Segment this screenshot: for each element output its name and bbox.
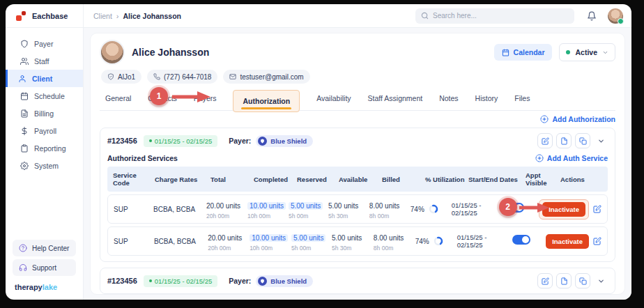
blue-shield-icon: [258, 137, 267, 146]
client-phone-value: (727) 644-7018: [164, 73, 211, 81]
breadcrumb-separator-icon: ›: [116, 12, 119, 20]
sidebar-item-billing[interactable]: Billing: [6, 105, 83, 122]
brand[interactable]: Eachbase: [6, 4, 84, 27]
client-id-value: AlJo1: [118, 73, 135, 81]
annotation-step-2: 2: [499, 198, 517, 216]
search-input[interactable]: [433, 12, 569, 20]
appt-visible-toggle[interactable]: [512, 235, 530, 245]
duplicate-button[interactable]: [575, 273, 590, 288]
plus-circle-icon: [535, 154, 544, 162]
sidebar-item-schedule[interactable]: Schedule: [6, 87, 83, 105]
blue-shield-icon: [258, 277, 267, 286]
tab-staff-assignment[interactable]: Staff Assignment: [368, 94, 423, 107]
service-row-1: SUP BCBA, BCBA 20.00 units20h 00m 10.00 …: [107, 194, 608, 224]
search-icon: [421, 12, 429, 20]
breadcrumb-section[interactable]: Client: [93, 12, 112, 20]
duplicate-button[interactable]: [575, 133, 590, 148]
tab-general[interactable]: General: [105, 94, 131, 107]
sidebar-item-label: Payroll: [34, 127, 56, 135]
status-value: Active: [575, 48, 597, 56]
services-table-header: Service Code Charge Rates Total Complete…: [107, 167, 608, 192]
breadcrumb: Client › Alice Johansson: [93, 12, 181, 20]
top-bar: Eachbase Client › Alice Johansson: [6, 4, 631, 28]
help-center-button[interactable]: Help Center: [13, 240, 76, 256]
eachbase-logo-icon: [15, 10, 27, 22]
add-authorization-label: Add Authorization: [552, 115, 615, 123]
calendar-button[interactable]: Calendar: [494, 44, 553, 61]
client-avatar: [100, 40, 125, 65]
people-icon: [20, 57, 29, 66]
user-avatar[interactable]: [608, 8, 623, 24]
auth-number: #123456: [107, 137, 137, 145]
edit-auth-button[interactable]: [537, 133, 553, 148]
edit-icon: [593, 237, 601, 245]
brand-name: Eachbase: [32, 12, 68, 20]
search-box[interactable]: [415, 8, 574, 24]
copy-icon: [579, 277, 587, 285]
copy-icon: [579, 137, 587, 145]
phone-icon: [153, 73, 160, 80]
edit-icon: [542, 137, 549, 145]
support-button[interactable]: Support: [13, 259, 76, 276]
person-icon: [18, 75, 26, 83]
edit-service-button[interactable]: [593, 205, 601, 213]
tab-bar: General Contacts Payers Authorization Av…: [100, 90, 615, 111]
tab-notes[interactable]: Notes: [439, 94, 458, 107]
tab-availability[interactable]: Availability: [316, 94, 351, 107]
sidebar-item-label: Client: [32, 75, 52, 83]
add-authorization-link[interactable]: Add Authorization: [540, 115, 615, 123]
calendar-button-label: Calendar: [514, 48, 545, 56]
payer-label: Payer:: [229, 137, 251, 145]
tab-authorization[interactable]: Authorization: [233, 90, 300, 112]
expand-card-button[interactable]: [594, 273, 608, 288]
sidebar-item-client[interactable]: Client: [6, 70, 83, 87]
sidebar-item-payer[interactable]: Payer: [6, 35, 83, 52]
sidebar-item-payroll[interactable]: Payroll: [6, 122, 83, 139]
green-dot-icon: [149, 139, 152, 142]
tab-files[interactable]: Files: [514, 94, 530, 107]
support-label: Support: [32, 264, 56, 272]
sidebar-item-label: Reporting: [34, 144, 66, 153]
help-center-label: Help Center: [32, 245, 69, 252]
notifications-bell-icon[interactable]: [587, 11, 597, 21]
add-auth-service-link[interactable]: Add Auth Service: [535, 154, 608, 162]
utilization-donut: [434, 236, 443, 246]
edit-service-button[interactable]: [593, 237, 601, 245]
add-auth-service-label: Add Auth Service: [547, 154, 608, 162]
help-icon: [19, 244, 27, 252]
authorization-card-2: #123456 01/15/25 - 02/15/25 Payer: Blue …: [100, 268, 615, 294]
edit-icon: [542, 277, 549, 285]
authorized-services-title: Authorized Services: [107, 154, 178, 162]
receipt-icon: [20, 109, 29, 118]
client-profile-card: Alice Johansson Calendar Active: [90, 33, 625, 295]
annotation-arrow-1: [171, 91, 211, 102]
clipboard-icon: [20, 144, 29, 153]
dollar-icon: [20, 127, 29, 135]
sidebar: Payer Staff Client Schedule Billing Payr…: [6, 28, 84, 300]
file-icon: [560, 137, 568, 145]
utilization-donut: [429, 204, 438, 214]
authorization-card-1: #123456 01/15/25 - 02/15/25 Payer: Blue …: [100, 128, 615, 262]
status-dropdown[interactable]: Active: [559, 43, 615, 61]
document-button[interactable]: [556, 273, 572, 288]
service-row-2: SUP BCBA, BCBA 20.00 units20h 00m 10.00 …: [107, 226, 608, 256]
active-status-dot: [566, 50, 570, 54]
chevron-down-icon: [602, 49, 608, 56]
sidebar-item-staff[interactable]: Staff: [6, 52, 83, 70]
auth-number: #123456: [107, 277, 137, 285]
tab-authorization-label: Authorization: [243, 97, 290, 105]
sidebar-item-label: System: [34, 162, 59, 170]
inactivate-button[interactable]: Inactivate: [546, 234, 589, 249]
green-dot-icon: [149, 279, 152, 282]
tab-history[interactable]: History: [475, 94, 498, 107]
sidebar-item-reporting[interactable]: Reporting: [6, 139, 83, 157]
collapse-card-button[interactable]: [594, 133, 608, 148]
sidebar-item-system[interactable]: System: [6, 157, 83, 174]
file-icon: [560, 277, 568, 285]
main-content: Alice Johansson Calendar Active: [84, 28, 631, 300]
edit-auth-button[interactable]: [537, 273, 553, 288]
breadcrumb-current: Alice Johansson: [123, 12, 181, 20]
auth-date-range-badge: 01/15/25 - 02/15/25: [144, 275, 217, 287]
document-button[interactable]: [556, 133, 572, 148]
chevron-down-icon: [597, 137, 605, 145]
